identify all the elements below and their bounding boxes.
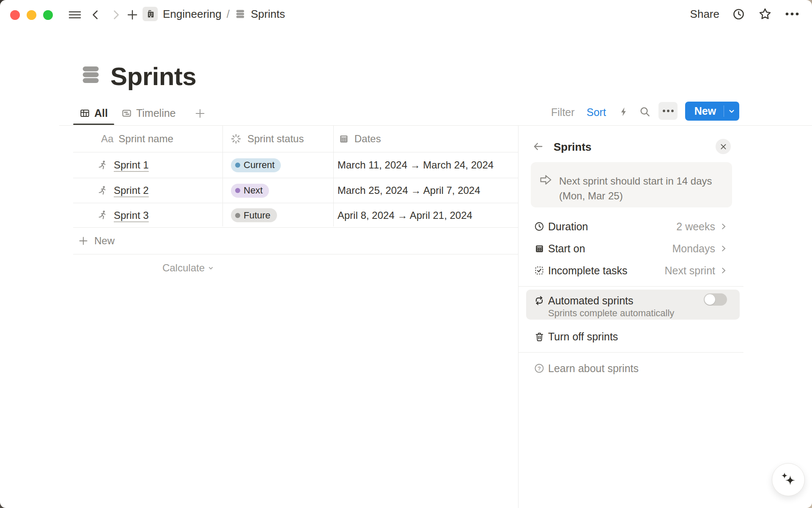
calendar-icon bbox=[534, 243, 545, 254]
share-button[interactable]: Share bbox=[690, 8, 719, 21]
timeline-view-icon bbox=[121, 108, 132, 119]
chevron-right-icon bbox=[110, 9, 121, 20]
new-record-label: New bbox=[685, 105, 724, 117]
favorite-star-icon[interactable] bbox=[758, 7, 772, 21]
status-pill[interactable]: Next bbox=[231, 184, 269, 198]
tab-timeline[interactable]: Timeline bbox=[114, 102, 182, 125]
database-icon bbox=[235, 8, 246, 19]
filter-button[interactable]: Filter bbox=[551, 106, 575, 119]
sort-button[interactable]: Sort bbox=[587, 106, 606, 119]
status-label: Future bbox=[244, 210, 271, 221]
new-record-button[interactable]: New bbox=[685, 102, 739, 121]
column-label: Sprint name bbox=[118, 133, 173, 145]
close-window-button[interactable] bbox=[10, 10, 20, 20]
calculate-label: Calculate bbox=[162, 262, 205, 274]
ai-assistant-button[interactable] bbox=[772, 463, 805, 496]
page-database-icon[interactable] bbox=[80, 64, 102, 86]
hamburger-icon bbox=[69, 10, 81, 20]
notice-line-2: (Mon, Mar 25) bbox=[559, 188, 724, 203]
column-divider[interactable] bbox=[222, 126, 223, 226]
table-row: Sprint 1 Current March 11, 2024 → March … bbox=[73, 152, 518, 178]
automations-button[interactable] bbox=[618, 106, 630, 118]
clock-icon bbox=[534, 221, 545, 232]
sprint-name-cell[interactable]: Sprint 2 bbox=[73, 178, 222, 203]
new-page-button[interactable] bbox=[125, 8, 140, 22]
breadcrumb: Engineering / Sprints bbox=[143, 0, 285, 28]
status-pill[interactable]: Future bbox=[231, 208, 277, 222]
view-options-button[interactable] bbox=[658, 102, 678, 120]
table-header-row: Aa Sprint name Sprint status bbox=[73, 126, 518, 152]
dates-cell[interactable]: March 25, 2024 → April 7, 2024 bbox=[333, 178, 518, 203]
sprints-settings-panel: Sprints Next sprint should start in 14 d… bbox=[518, 126, 812, 508]
sprint-name-link[interactable]: Sprint 3 bbox=[114, 210, 149, 221]
more-options-icon[interactable] bbox=[785, 12, 799, 16]
chevron-right-icon bbox=[718, 221, 729, 232]
setting-value: Mondays bbox=[620, 243, 715, 255]
breadcrumb-separator: / bbox=[227, 8, 230, 21]
search-icon bbox=[639, 106, 651, 118]
learn-about-sprints-label: Learn about sprints bbox=[548, 362, 639, 375]
text-property-icon: Aa bbox=[101, 133, 113, 145]
panel-back-button[interactable] bbox=[532, 140, 544, 153]
date-range: March 25, 2024 → April 7, 2024 bbox=[337, 185, 480, 196]
column-header-dates[interactable]: Dates bbox=[333, 126, 518, 152]
sprint-name-cell[interactable]: Sprint 3 bbox=[73, 203, 222, 227]
column-divider[interactable] bbox=[333, 126, 334, 226]
new-row-button[interactable]: New bbox=[73, 228, 518, 254]
calculate-button[interactable]: Calculate bbox=[73, 256, 222, 280]
sprint-status-cell[interactable]: Current bbox=[222, 152, 333, 178]
dates-cell[interactable]: April 8, 2024 → April 21, 2024 bbox=[333, 203, 518, 227]
column-label: Sprint status bbox=[247, 133, 304, 145]
notion-window: Engineering / Sprints Share Sprints All bbox=[0, 0, 812, 508]
column-header-sprint-name[interactable]: Aa Sprint name bbox=[73, 126, 222, 152]
status-pill[interactable]: Current bbox=[231, 158, 281, 172]
table-view-icon bbox=[80, 108, 90, 119]
tab-all[interactable]: All bbox=[73, 102, 114, 125]
column-header-sprint-status[interactable]: Sprint status bbox=[222, 126, 333, 152]
sprint-name-link[interactable]: Sprint 1 bbox=[114, 159, 149, 171]
panel-divider bbox=[518, 352, 743, 353]
column-label: Dates bbox=[354, 133, 381, 145]
new-row-label: New bbox=[94, 235, 115, 247]
breadcrumb-page-label[interactable]: Sprints bbox=[251, 8, 285, 21]
breadcrumb-workspace-chip[interactable] bbox=[143, 7, 158, 21]
trash-icon bbox=[534, 331, 545, 342]
sprint-notice-text: Next sprint should start in 14 days (Mon… bbox=[559, 174, 724, 203]
breadcrumb-workspace-label[interactable]: Engineering bbox=[163, 8, 222, 21]
runner-icon bbox=[97, 210, 108, 221]
sprint-status-cell[interactable]: Next bbox=[222, 178, 333, 203]
runner-icon bbox=[97, 160, 108, 171]
plus-icon bbox=[78, 236, 88, 246]
runner-icon bbox=[97, 185, 108, 196]
dashed-checkbox-icon bbox=[534, 265, 545, 276]
add-view-button[interactable] bbox=[182, 108, 206, 119]
dates-cell[interactable]: March 11, 2024 → March 24, 2024 bbox=[333, 152, 518, 178]
date-range: March 11, 2024 → March 24, 2024 bbox=[337, 159, 494, 171]
search-button[interactable] bbox=[639, 106, 651, 118]
panel-title: Sprints bbox=[554, 141, 592, 154]
setting-value: 2 weeks bbox=[620, 221, 715, 233]
page-title[interactable]: Sprints bbox=[110, 62, 196, 91]
close-icon bbox=[720, 143, 727, 150]
nav-back-button[interactable] bbox=[88, 8, 103, 22]
question-circle-icon: ? bbox=[534, 363, 545, 374]
status-label: Current bbox=[244, 160, 274, 171]
nav-forward-button[interactable] bbox=[109, 8, 123, 22]
sprint-status-cell[interactable]: Future bbox=[222, 203, 333, 227]
status-label: Next bbox=[244, 185, 263, 196]
sprint-name-link[interactable]: Sprint 2 bbox=[114, 185, 149, 196]
sprint-name-cell[interactable]: Sprint 1 bbox=[73, 152, 222, 178]
fullscreen-window-button[interactable] bbox=[43, 10, 53, 20]
setting-value: Next sprint bbox=[620, 265, 715, 277]
table-row: Sprint 3 Future April 8, 2024 → April 21… bbox=[73, 203, 518, 228]
panel-close-button[interactable] bbox=[716, 139, 731, 154]
history-clock-icon[interactable] bbox=[732, 8, 745, 21]
view-tabs: All Timeline bbox=[73, 102, 206, 125]
new-record-dropdown[interactable] bbox=[724, 108, 739, 115]
ellipsis-icon bbox=[662, 109, 674, 113]
automated-sprints-toggle[interactable] bbox=[704, 293, 727, 306]
plus-icon bbox=[126, 9, 138, 21]
sidebar-toggle-button[interactable] bbox=[68, 8, 82, 22]
minimize-window-button[interactable] bbox=[27, 10, 36, 20]
arrow-right-outline-icon bbox=[539, 174, 553, 186]
